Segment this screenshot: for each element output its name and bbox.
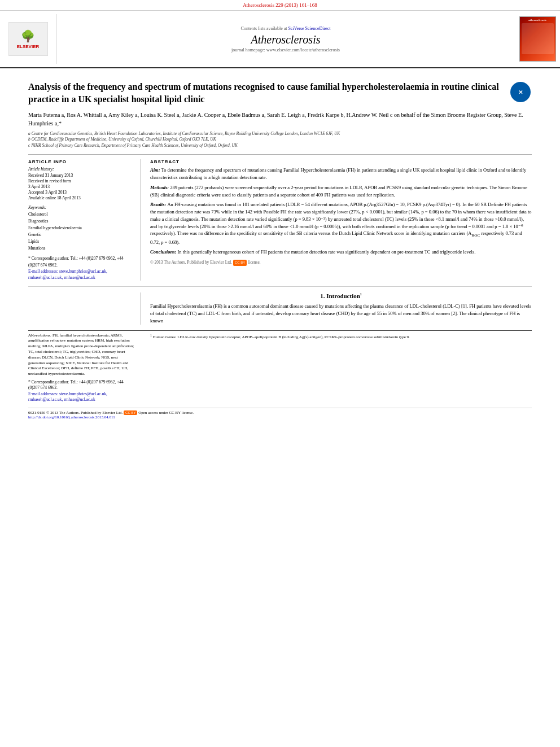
main-content: Analysis of the frequency and spectrum o…	[0, 68, 560, 425]
affiliation-c: c NIHR School of Primary Care Research, …	[28, 143, 532, 149]
aff-c-text: c NIHR School of Primary Care Research, …	[28, 143, 238, 148]
accepted-date: Accepted 3 April 2013	[28, 190, 134, 195]
journal-homepage: journal homepage: www.elsevier.com/locat…	[231, 47, 340, 53]
foot1-num: 1	[150, 334, 152, 337]
top-bar: Atherosclerosis 229 (2013) 161–168	[0, 0, 560, 11]
aim-label: Aim:	[150, 167, 161, 173]
sciverse-line: Contents lists available at SciVerse Sci…	[241, 26, 331, 31]
abstract-methods: Methods: 289 patients (272 probands) wer…	[150, 184, 532, 199]
doi-link[interactable]: http://dx.doi.org/10.1016/j.atherosclero…	[28, 415, 115, 420]
footnote-columns: Abbreviations: FH, familial hypercholest…	[28, 333, 532, 403]
bottom-bar: 0021-9150 © 2013 The Authors. Published …	[28, 408, 532, 420]
keyword-diagnostics: Diagnostics	[28, 218, 134, 225]
keyword-mutations: Mutations	[28, 245, 134, 252]
issn-line: 0021-9150 © 2013 The Authors. Published …	[28, 410, 532, 415]
cover-title-text: atherosclerosis	[528, 19, 546, 22]
email-line: E-mail addresses: steve.humphries@ucl.ac…	[28, 268, 134, 281]
abbreviations-text: FH, familial hypercholesterolaemia; ARMS…	[28, 333, 134, 377]
abstract-text: Aim: To determine the frequency and spec…	[150, 167, 532, 266]
open-access-text: license.	[248, 260, 261, 265]
introduction-section: 1. Introduction1 Familial Hypercholester…	[28, 292, 532, 324]
keywords-label: Keywords:	[28, 205, 134, 210]
email-label: E-mail addresses:	[28, 269, 58, 274]
crossmark-badge: ✕	[509, 81, 532, 103]
abstract-conclusions: Conclusions: In this genetically heterog…	[150, 248, 532, 256]
copyright-line: © 2013 The Authors. Published by Elsevie…	[150, 259, 532, 266]
article-info-column: ARTICLE INFO Article history: Received 3…	[28, 159, 141, 281]
aff-b-text: b OCDEM, Radcliffe Department of Medicin…	[28, 137, 216, 142]
aff-a-text: a Centre for Cardiovascular Genetics, Br…	[28, 131, 340, 136]
section-divider	[28, 286, 532, 287]
logo-image-box: 🌳 ELSEVIER	[8, 22, 48, 56]
available-date: Available online 18 April 2013	[28, 195, 134, 200]
aim-text: To determine the frequency and spectrum …	[150, 167, 526, 180]
copyright-text: © 2013 The Authors. Published by Elsevie…	[150, 260, 232, 265]
sciverse-text: Contents lists available at	[241, 26, 288, 31]
affiliations: a Centre for Cardiovascular Genetics, Br…	[28, 131, 532, 149]
tree-icon: 🌳	[21, 29, 35, 43]
footnote-section: Abbreviations: FH, familial hypercholest…	[28, 330, 532, 420]
results-label: Results:	[150, 202, 167, 207]
keyword-fh: Familial hypercholesterolaemia	[28, 225, 134, 231]
corresponding-author: * Corresponding author. Tel.: +44 (0)207…	[28, 255, 134, 268]
received-revised-date: 3 April 2013	[28, 184, 134, 189]
methods-text: 289 patients (272 probands) were screene…	[150, 185, 527, 198]
conclusions-label: Conclusions:	[150, 249, 177, 255]
abstract-results: Results: An FH-causing mutation was foun…	[150, 201, 532, 246]
intro-footnote-ref: 1	[360, 293, 362, 296]
doi-line: http://dx.doi.org/10.1016/j.atherosclero…	[28, 415, 532, 420]
conclusions-text: In this genetically heterogeneous cohort…	[177, 249, 475, 255]
footnote-right: 1 Human Genes: LDLR–low density lipoprot…	[150, 333, 532, 403]
intro-number: 1.	[320, 292, 325, 299]
cover-graphic	[522, 23, 554, 54]
cc-by-badge: CC BY	[233, 260, 247, 266]
keywords-list: Cholesterol Diagnostics Familial hyperch…	[28, 211, 134, 252]
journal-cover-container: atherosclerosis	[515, 14, 560, 64]
abbreviations-block: Abbreviations: FH, familial hypercholest…	[28, 333, 134, 377]
history-label: Article history:	[28, 167, 134, 172]
article-title-section: Analysis of the frequency and spectrum o…	[28, 81, 532, 106]
results-text: An FH-causing mutation was found in 101 …	[150, 202, 532, 244]
article-body-columns: ARTICLE INFO Article history: Received 3…	[28, 154, 532, 281]
journal-header: 🌳 ELSEVIER Contents lists available at S…	[0, 11, 560, 68]
journal-title: Atherosclerosis	[251, 33, 321, 46]
keywords-section: Keywords: Cholesterol Diagnostics Famili…	[28, 205, 134, 252]
homepage-text: journal homepage: www.elsevier.com/locat…	[231, 47, 340, 53]
keyword-genetic: Genetic	[28, 231, 134, 238]
sciverse-link[interactable]: SciVerse ScienceDirect	[288, 26, 331, 31]
affiliation-b: b OCDEM, Radcliffe Department of Medicin…	[28, 137, 532, 143]
intro-heading: 1. Introduction1	[150, 292, 532, 299]
foot1-text: Human Genes: LDLR–low density lipoprotei…	[153, 335, 410, 339]
keyword-lipids: Lipids	[28, 238, 134, 245]
contact-info: * Corresponding author. Tel.: +44 (0)207…	[28, 255, 134, 281]
intro-left-col	[28, 292, 141, 324]
affiliation-a: a Centre for Cardiovascular Genetics, Br…	[28, 131, 532, 137]
human-genes-footnote: 1 Human Genes: LDLR–low density lipoprot…	[150, 333, 532, 340]
header-center: Contents lists available at SciVerse Sci…	[56, 14, 515, 64]
article-history: Article history: Received 31 January 201…	[28, 167, 134, 200]
elsevier-wordmark: ELSEVIER	[17, 44, 40, 49]
abbrev-label: Abbreviations:	[28, 333, 51, 338]
corresponding-author-note: * Corresponding author. Tel.: +44 (0)207…	[28, 379, 134, 391]
methods-label: Methods:	[150, 185, 170, 190]
article-title: Analysis of the frequency and spectrum o…	[28, 81, 504, 106]
issn-text: 0021-9150 © 2013 The Authors. Published …	[28, 410, 123, 415]
journal-citation: Atherosclerosis 229 (2013) 161–168	[243, 2, 317, 8]
received-revised-label: Received in revised form	[28, 178, 134, 184]
intro-right-col: 1. Introduction1 Familial Hypercholester…	[150, 292, 532, 324]
email-footnote: E-mail addresses: steve.humphries@ucl.ac…	[28, 391, 134, 403]
footnote-left: Abbreviations: FH, familial hypercholest…	[28, 333, 141, 403]
authors-text: Marta Futema a, Ros A. Whittall a, Amy K…	[28, 112, 523, 126]
intro-title: Introduction	[326, 292, 360, 299]
elsevier-logo: 🌳 ELSEVIER	[0, 14, 56, 64]
abstract-aim: Aim: To determine the frequency and spec…	[150, 167, 532, 181]
article-info-heading: ARTICLE INFO	[28, 159, 134, 164]
abstract-heading: ABSTRACT	[150, 159, 532, 164]
keyword-cholesterol: Cholesterol	[28, 211, 134, 218]
open-access-bottom: Open access under CC BY license.	[138, 410, 194, 415]
email-foot-label: E-mail addresses:	[28, 391, 58, 396]
received-date: Received 31 January 2013	[28, 173, 134, 178]
star-note-text: * Corresponding author. Tel.: +44 (0)207…	[28, 379, 124, 391]
intro-body-text: Familial Hypercholesterolaemia (FH) is a…	[150, 303, 532, 324]
cc-badge-bottom: CC BY	[124, 410, 137, 415]
